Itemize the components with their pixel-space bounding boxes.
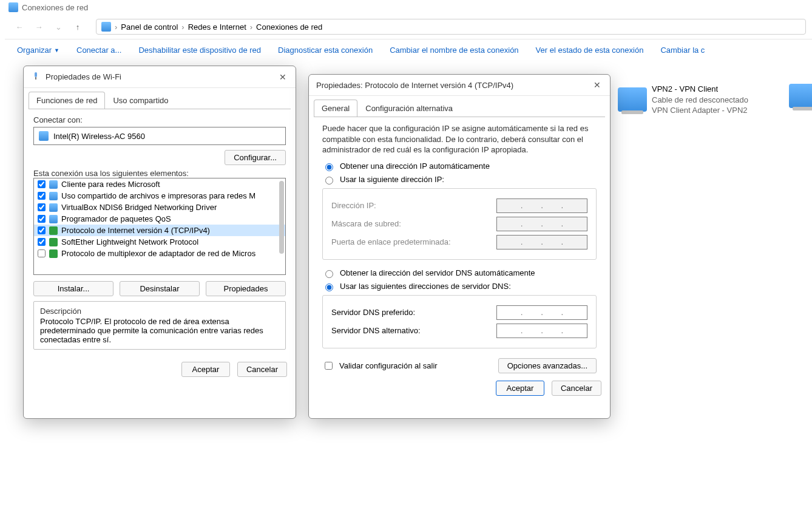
client-icon	[49, 180, 58, 189]
element-item[interactable]: Protocolo de Internet versión 4 (TCP/IPv…	[34, 225, 285, 236]
address-bar[interactable]: › Panel de control › Redes e Internet › …	[96, 19, 806, 35]
network-adapter-icon[interactable]	[789, 84, 812, 108]
up-button[interactable]: ↑	[69, 18, 86, 35]
element-item[interactable]: SoftEther Lightweight Network Protocol	[34, 236, 285, 248]
tab-network-functions[interactable]: Funciones de red	[29, 92, 105, 109]
properties-button[interactable]: Propiedades	[206, 281, 286, 296]
back-button[interactable]: ←	[11, 18, 28, 35]
dialog-title: Propiedades: Protocolo de Internet versi…	[316, 81, 513, 90]
element-item[interactable]: Programador de paquetes QoS	[34, 213, 285, 225]
network-connections-icon	[8, 2, 18, 12]
element-checkbox[interactable]	[38, 249, 46, 257]
connection-device: VPN Client Adapter - VPN2	[652, 105, 748, 116]
cmd-rename[interactable]: Cambiar el nombre de esta conexión	[390, 46, 518, 55]
breadcrumb-item[interactable]: Redes e Internet	[188, 22, 246, 32]
dialog-title: Propiedades de Wi-Fi	[46, 72, 121, 81]
connection-name: VPN2 - VPN Client	[652, 84, 748, 95]
tab-alt-config[interactable]: Configuración alternativa	[357, 100, 461, 117]
close-button[interactable]: ✕	[277, 72, 288, 83]
element-label: Programador de paquetes QoS	[61, 214, 171, 223]
configure-button[interactable]: Configurar...	[225, 150, 286, 165]
cancel-button[interactable]: Cancelar	[237, 362, 287, 377]
recent-chevron[interactable]: ⌄	[50, 18, 67, 35]
uninstall-button[interactable]: Desinstalar	[120, 281, 200, 296]
tab-sharing[interactable]: Uso compartido	[105, 92, 176, 109]
network-adapter-icon	[618, 87, 647, 112]
element-label: Protocolo de multiplexor de adaptador de…	[61, 249, 255, 258]
scrollbar-thumb[interactable]	[279, 181, 284, 254]
element-label: Uso compartido de archivos e impresoras …	[61, 191, 255, 200]
window-title: Conexiones de red	[22, 3, 88, 12]
chevron-down-icon: ▼	[54, 47, 59, 53]
element-item[interactable]: Uso compartido de archivos e impresoras …	[34, 190, 285, 202]
connection-status: Cable de red desconectado	[652, 95, 748, 106]
cmd-diagnose[interactable]: Diagnosticar esta conexión	[278, 46, 373, 55]
radio-ip-auto[interactable]	[325, 163, 333, 171]
radio-dns-manual[interactable]	[325, 283, 333, 291]
subnet-input	[496, 217, 587, 231]
gateway-input	[496, 235, 587, 249]
protocol-icon	[49, 249, 58, 258]
element-label: Protocolo de Internet versión 4 (TCP/IPv…	[61, 226, 210, 235]
breadcrumb-item[interactable]: Panel de control	[121, 22, 178, 32]
accept-button[interactable]: Aceptar	[181, 362, 230, 377]
element-checkbox[interactable]	[38, 192, 46, 200]
adapter-icon	[39, 131, 49, 141]
elements-list[interactable]: Cliente para redes MicrosoftUso comparti…	[33, 178, 286, 275]
chevron-right-icon: ›	[181, 22, 184, 32]
adapter-name: Intel(R) Wireless-AC 9560	[53, 132, 145, 141]
cmd-connect[interactable]: Conectar a...	[76, 46, 121, 55]
element-checkbox[interactable]	[38, 238, 46, 246]
chevron-right-icon: ›	[250, 22, 252, 32]
dns-pref-label: Servidor DNS preferido:	[331, 308, 415, 317]
cmd-status[interactable]: Ver el estado de esta conexión	[536, 46, 644, 55]
radio-ip-auto-label: Obtener una dirección IP automáticamente	[340, 161, 490, 171]
connect-with-label: Conectar con:	[33, 115, 286, 124]
element-item[interactable]: Protocolo de multiplexor de adaptador de…	[34, 248, 285, 259]
dns-pref-input[interactable]	[496, 305, 587, 320]
connection-item-vpn2[interactable]: VPN2 - VPN Client Cable de red desconect…	[618, 84, 794, 116]
organize-menu[interactable]: Organizar ▼	[17, 46, 59, 55]
description-text: Protocolo TCP/IP. El protocolo de red de…	[40, 317, 279, 344]
intro-text: Puede hacer que la configuración IP se a…	[322, 123, 597, 155]
protocol-icon	[49, 226, 58, 235]
close-button[interactable]: ✕	[592, 80, 603, 90]
ipv4-properties-dialog: Propiedades: Protocolo de Internet versi…	[308, 74, 611, 419]
tab-general[interactable]: General	[314, 100, 357, 117]
description-title: Descripción	[40, 307, 279, 316]
radio-ip-manual[interactable]	[325, 177, 333, 185]
description-box: Descripción Protocolo TCP/IP. El protoco…	[33, 301, 286, 350]
element-item[interactable]: Cliente para redes Microsoft	[34, 178, 285, 190]
install-button[interactable]: Instalar...	[33, 281, 113, 296]
radio-dns-auto[interactable]	[325, 270, 333, 278]
element-checkbox[interactable]	[38, 180, 46, 188]
element-item[interactable]: VirtualBox NDIS6 Bridged Networking Driv…	[34, 202, 285, 213]
ip-address-label: Dirección IP:	[331, 201, 376, 210]
element-checkbox[interactable]	[38, 215, 46, 223]
explorer-window: Conexiones de red ← → ⌄ ↑ › Panel de con…	[5, 0, 812, 61]
radio-dns-auto-label: Obtener la dirección del servidor DNS au…	[340, 268, 535, 277]
element-checkbox[interactable]	[38, 203, 46, 211]
client-icon	[49, 215, 58, 223]
gateway-label: Puerta de enlace predeterminada:	[331, 237, 451, 246]
ip-fields-group: Dirección IP: Máscara de subred: Puerta …	[322, 188, 597, 260]
svg-rect-0	[35, 72, 37, 77]
accept-button[interactable]: Aceptar	[496, 381, 544, 396]
chevron-right-icon: ›	[115, 22, 117, 32]
wifi-icon	[31, 71, 41, 83]
advanced-button[interactable]: Opciones avanzadas...	[498, 358, 597, 373]
cmd-change[interactable]: Cambiar la c	[660, 46, 705, 55]
cmd-disable[interactable]: Deshabilitar este dispositivo de red	[138, 46, 261, 55]
dns-alt-label: Servidor DNS alternativo:	[331, 326, 421, 335]
validate-checkbox[interactable]	[325, 362, 333, 370]
forward-button[interactable]: →	[30, 18, 47, 35]
element-checkbox[interactable]	[38, 226, 46, 234]
cancel-button[interactable]: Cancelar	[552, 381, 601, 396]
protocol-icon	[49, 238, 58, 246]
breadcrumb-item[interactable]: Conexiones de red	[256, 22, 322, 32]
adapter-field[interactable]: Intel(R) Wireless-AC 9560	[33, 127, 286, 145]
dns-alt-input[interactable]	[496, 324, 587, 338]
path-icon	[101, 22, 111, 32]
subnet-label: Máscara de subred:	[331, 219, 401, 228]
radio-ip-manual-label: Usar la siguiente dirección IP:	[340, 175, 444, 184]
